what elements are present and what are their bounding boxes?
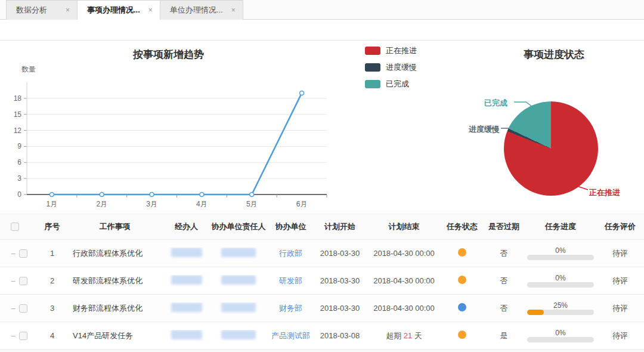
row-checkbox[interactable] [19, 332, 27, 340]
overdue-days: 21 [404, 331, 412, 340]
svg-text:1月: 1月 [47, 200, 58, 208]
progress-label: 0% [555, 246, 565, 255]
tab-item-handling[interactable]: 事项办理情况... × [78, 0, 160, 20]
tree-collapse-icon[interactable]: – [11, 249, 16, 258]
cell-work-item: 研发部流程体系优化 [66, 276, 164, 286]
cell-plan-start: 2018-03-30 [313, 249, 367, 258]
chart-legend: 正在推进 进度缓慢 已完成 [365, 45, 417, 89]
cell-handler-redacted [171, 248, 202, 257]
progress-label: 0% [555, 274, 565, 282]
svg-text:3月: 3月 [146, 200, 157, 208]
legend-label: 已完成 [386, 79, 409, 89]
cell-expired: 否 [483, 303, 525, 314]
cell-work-item: 行政部流程体系优化 [66, 248, 164, 259]
legend-swatch [365, 47, 380, 55]
pie-graphic[interactable] [504, 101, 598, 196]
cell-plan-end: 超期 21 天 [367, 331, 441, 341]
legend-label: 进度缓慢 [386, 62, 417, 73]
tree-collapse-icon[interactable]: – [11, 332, 16, 340]
row-checkbox[interactable] [19, 304, 27, 313]
progress-track [527, 310, 594, 315]
row-checkbox[interactable] [19, 277, 27, 285]
tab-data-analysis[interactable]: 数据分析 × [6, 0, 78, 20]
cell-seq: 1 [39, 249, 66, 258]
cell-seq: 3 [39, 304, 66, 313]
progress-track [527, 282, 594, 288]
line-chart-title: 按事项新增趋势 [0, 41, 337, 61]
progress-label: 0% [555, 329, 565, 337]
row-checkbox[interactable] [19, 249, 27, 258]
status-dot-icon [458, 276, 466, 284]
progress-track [527, 255, 594, 260]
close-icon[interactable]: × [66, 6, 70, 14]
cell-handler-redacted [171, 302, 202, 312]
cell-expired: 是 [483, 331, 525, 341]
cell-evaluation: 待评 [596, 303, 644, 314]
cell-evaluation: 待评 [596, 276, 644, 286]
legend-label: 正在推进 [386, 45, 417, 56]
table-row: – 2 研发部流程体系优化 研发部 2018-03-30 2018-04-30 … [0, 267, 644, 295]
cell-work-item: V14产品研发任务 [66, 331, 164, 341]
progress-bar: 0% [527, 274, 594, 288]
legend-swatch [365, 63, 380, 72]
status-dot-icon [458, 303, 466, 311]
tab-bar: 数据分析 × 事项办理情况... × 单位办理情况... × [0, 0, 644, 20]
pie-label-done: 已完成 [484, 98, 507, 109]
pie-label-running: 正在推进 [589, 187, 620, 198]
header-unit-manager: 协办单位责任人 [209, 221, 268, 232]
close-icon[interactable]: × [148, 6, 153, 14]
cell-seq: 4 [39, 331, 66, 340]
cell-handler-redacted [171, 330, 202, 339]
header-expired: 是否过期 [483, 221, 525, 232]
legend-swatch [365, 80, 380, 88]
table-header-row: 序号 工作事项 经办人 协办单位责任人 协办单位 计划开始 计划结束 任务状态 … [0, 214, 644, 240]
svg-text:15: 15 [14, 110, 22, 119]
header-plan-end: 计划结束 [367, 221, 441, 232]
progress-bar: 25% [527, 301, 594, 315]
header-seq: 序号 [39, 221, 66, 232]
svg-text:5月: 5月 [246, 200, 258, 208]
progress-fill [527, 310, 544, 315]
line-chart-plot: 03691215181月2月3月4月5月6月 [0, 75, 337, 216]
close-icon[interactable]: × [231, 6, 236, 14]
tree-collapse-icon[interactable]: – [11, 304, 16, 313]
legend-item-running[interactable]: 正在推进 [365, 45, 417, 56]
cell-plan-start: 2018-03-30 [313, 276, 367, 285]
task-table: 序号 工作事项 经办人 协办单位责任人 协办单位 计划开始 计划结束 任务状态 … [0, 214, 644, 350]
svg-text:9: 9 [17, 142, 21, 150]
co-unit-link[interactable]: 研发部 [279, 276, 302, 286]
tab-unit-handling[interactable]: 单位办理情况... × [160, 0, 243, 20]
pie-chart-progress-status: 事项进度状态 已完成 进度缓慢 正在推进 [464, 41, 644, 214]
header-task-status: 任务状态 [441, 221, 483, 232]
co-unit-link[interactable]: 产品测试部 [271, 331, 310, 341]
cell-unit-manager-redacted [221, 275, 256, 285]
cell-work-item: 财务部流程体系优化 [66, 303, 164, 314]
header-handler: 经办人 [164, 221, 209, 232]
tab-label: 事项办理情况... [87, 5, 140, 16]
svg-text:0: 0 [17, 190, 21, 199]
cell-plan-start: 2018-03-08 [313, 331, 367, 340]
svg-text:2月: 2月 [96, 200, 107, 208]
svg-text:12: 12 [14, 126, 22, 135]
select-all-checkbox[interactable] [11, 223, 19, 231]
status-dot-icon [458, 331, 466, 339]
table-row: – 1 行政部流程体系优化 行政部 2018-03-30 2018-04-30 … [0, 240, 644, 267]
tree-collapse-icon[interactable]: – [11, 277, 16, 285]
svg-text:18: 18 [14, 94, 22, 103]
header-task-eval: 任务评价 [596, 221, 644, 232]
tab-label: 数据分析 [16, 5, 47, 16]
table-row: – 3 财务部流程体系优化 财务部 2018-03-30 2018-04-30 … [0, 295, 644, 322]
co-unit-link[interactable]: 行政部 [279, 248, 302, 259]
svg-text:6月: 6月 [296, 200, 308, 208]
progress-label: 25% [553, 301, 568, 310]
cell-seq: 2 [39, 276, 66, 285]
legend-item-done[interactable]: 已完成 [365, 79, 417, 89]
legend-item-slow[interactable]: 进度缓慢 [365, 62, 417, 73]
cell-evaluation: 待评 [596, 331, 644, 341]
cell-plan-end: 2018-04-30 00:00 [367, 249, 441, 258]
line-chart-new-items-trend: 按事项新增趋势 数量 03691215181月2月3月4月5月6月 [0, 41, 337, 214]
co-unit-link[interactable]: 财务部 [279, 303, 302, 314]
cell-unit-manager-redacted [221, 248, 256, 257]
cell-unit-manager-redacted [221, 330, 256, 339]
svg-text:3: 3 [17, 174, 21, 183]
